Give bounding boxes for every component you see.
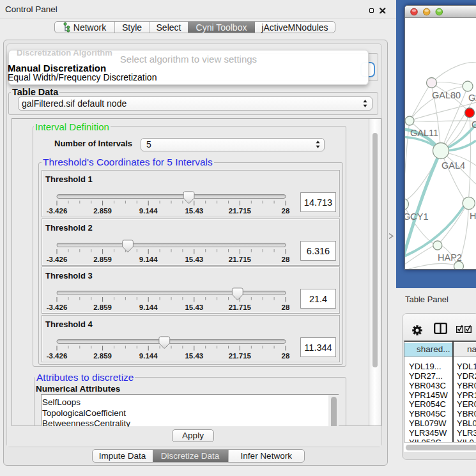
svg-text:28: 28 <box>282 207 290 215</box>
svg-text:21.715: 21.715 <box>229 351 252 359</box>
svg-text:-3.426: -3.426 <box>47 255 68 263</box>
svg-text:15.43: 15.43 <box>185 207 203 215</box>
svg-text:2.859: 2.859 <box>93 255 112 263</box>
svg-text:21.4: 21.4 <box>309 294 327 304</box>
svg-text:28: 28 <box>282 351 290 359</box>
svg-text:2.859: 2.859 <box>93 207 112 215</box>
svg-text:11.344: 11.344 <box>304 342 332 353</box>
svg-text:GAL11: GAL11 <box>410 128 438 138</box>
svg-text:Threshold 4: Threshold 4 <box>45 319 93 329</box>
svg-text:9.144: 9.144 <box>139 351 158 359</box>
svg-text:-3.426: -3.426 <box>47 303 68 311</box>
svg-text:Threshold 2: Threshold 2 <box>45 223 93 233</box>
svg-text:-3.426: -3.426 <box>47 351 68 359</box>
svg-text:2.859: 2.859 <box>93 303 112 311</box>
svg-text:14.713: 14.713 <box>304 197 332 208</box>
svg-text:15.43: 15.43 <box>185 351 203 359</box>
svg-text:9.144: 9.144 <box>139 207 158 215</box>
svg-text:21.715: 21.715 <box>229 207 252 215</box>
svg-text:GAL4: GAL4 <box>441 160 465 171</box>
svg-text:Threshold 3: Threshold 3 <box>45 271 93 280</box>
svg-text:2.859: 2.859 <box>93 351 112 359</box>
svg-text:21.715: 21.715 <box>229 255 252 263</box>
svg-text:9.144: 9.144 <box>139 303 158 311</box>
svg-text:C: C <box>472 119 476 130</box>
svg-text:6.316: 6.316 <box>307 246 330 256</box>
svg-text:15.43: 15.43 <box>185 303 203 311</box>
svg-text:GCY1: GCY1 <box>405 211 429 222</box>
svg-text:-3.426: -3.426 <box>47 207 68 215</box>
svg-text:15.43: 15.43 <box>185 255 203 263</box>
svg-text:HAP2: HAP2 <box>438 252 462 263</box>
svg-text:GA: GA <box>468 93 476 103</box>
svg-text:GAL80: GAL80 <box>432 90 461 100</box>
svg-text:Threshold 1: Threshold 1 <box>45 174 93 184</box>
svg-text:H: H <box>470 211 476 221</box>
svg-text:28: 28 <box>282 303 290 311</box>
svg-text:28: 28 <box>282 255 290 263</box>
svg-text:21.715: 21.715 <box>229 303 252 311</box>
svg-text:9.144: 9.144 <box>139 255 158 263</box>
